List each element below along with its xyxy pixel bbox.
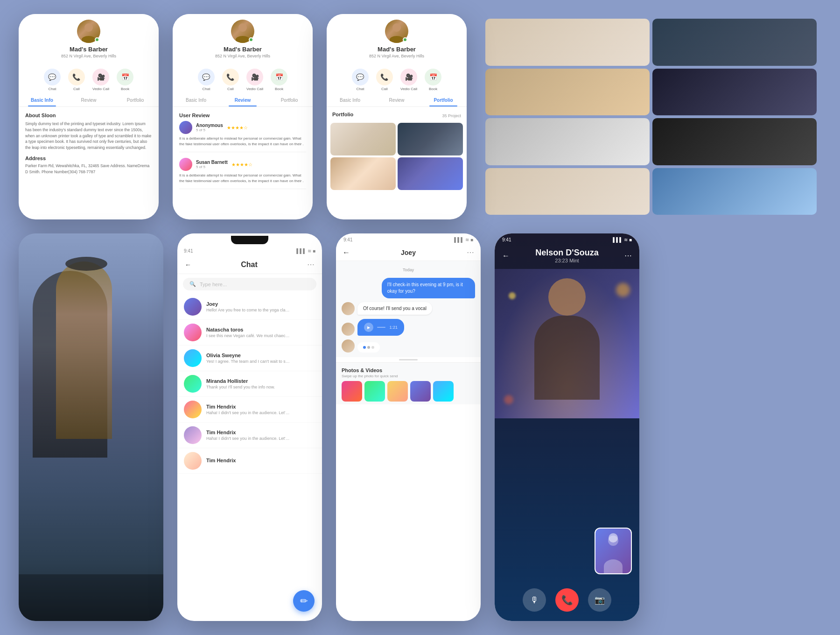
- media-thumbnails: [342, 381, 475, 402]
- chat-search-bar[interactable]: 🔍 Type here...: [183, 278, 316, 290]
- vc-back-btn[interactable]: ←: [502, 252, 510, 260]
- chat-contact-1: Joey Hello! Are you free to come to the …: [206, 301, 290, 312]
- media-thumb-4[interactable]: [410, 381, 431, 402]
- end-call-button[interactable]: 📞: [555, 588, 579, 612]
- action-book-3[interactable]: 📅 Book: [425, 69, 441, 91]
- portfolio-img-1[interactable]: [330, 123, 396, 155]
- back-btn-chat[interactable]: ←: [185, 261, 191, 268]
- video-icon-3[interactable]: 🎥: [400, 69, 417, 85]
- call-label-1: Call: [73, 87, 80, 91]
- chat-list-item-4[interactable]: Miranda Hollister Thank you! I'll send y…: [177, 371, 322, 397]
- top-row: Mad's Barber 852 N Virgil Ave, Beverly H…: [0, 0, 840, 229]
- photo-panel-img-7: [485, 168, 650, 215]
- back-arrow-msg[interactable]: ←: [343, 248, 350, 257]
- book-icon-2[interactable]: 📅: [271, 69, 287, 85]
- video-label-3: Vedio Call: [400, 87, 417, 91]
- action-video-1[interactable]: 🎥 Vedio Call: [92, 69, 109, 91]
- action-video-3[interactable]: 🎥 Vedio Call: [400, 69, 417, 91]
- action-book-2[interactable]: 📅 Book: [271, 69, 287, 91]
- phone-video-call: 9:41 ▌▌▌ ≋ ■ ← Nelson D'Souza 23:23 Mint…: [495, 233, 639, 621]
- phone-basic-info: Mad's Barber 852 N Virgil Ave, Beverly H…: [19, 14, 159, 219]
- audio-progress: [377, 327, 385, 328]
- compose-button[interactable]: ✏: [293, 590, 315, 612]
- tab-review-3[interactable]: Review: [373, 94, 420, 106]
- online-indicator-1: [95, 37, 99, 42]
- action-chat-3[interactable]: 💬 Chat: [352, 69, 369, 91]
- chat-icon-1[interactable]: 💬: [44, 69, 61, 85]
- tab-review-2[interactable]: Review: [219, 94, 266, 106]
- action-call-2[interactable]: 📞 Call: [222, 69, 239, 91]
- media-thumb-2[interactable]: [364, 381, 385, 402]
- msg-more-options[interactable]: ⋯: [467, 248, 474, 257]
- notch-chat: [231, 236, 268, 244]
- chat-avatar-1: [184, 298, 202, 316]
- chat-icon-2[interactable]: 💬: [198, 69, 215, 85]
- portfolio-img-2[interactable]: [398, 123, 463, 155]
- mic-button[interactable]: 🎙: [523, 588, 546, 612]
- vc-caller-name: Nelson D'Souza: [535, 248, 598, 258]
- chat-name-6: Tim Hendrix: [206, 430, 290, 435]
- vc-more-options[interactable]: ⋯: [624, 251, 632, 260]
- action-call-1[interactable]: 📞 Call: [68, 69, 85, 91]
- bokeh-1: [616, 283, 630, 297]
- chat-preview-6: Haha! I didn't see you in the audience. …: [206, 436, 290, 441]
- chat-name-7: Tim Hendrix: [206, 458, 236, 463]
- reviewer-avatar-1: [179, 121, 192, 134]
- book-icon-3[interactable]: 📅: [425, 69, 441, 85]
- review-title: User Review: [179, 113, 306, 118]
- signal-msg: ▌▌▌ ≋ ■: [454, 237, 473, 242]
- signal-vc: ▌▌▌ ≋ ■: [613, 237, 632, 242]
- media-thumb-5[interactable]: [433, 381, 454, 402]
- action-chat-1[interactable]: 💬 Chat: [44, 69, 61, 91]
- action-chat-2[interactable]: 💬 Chat: [198, 69, 215, 91]
- chat-name-4: Miranda Hollister: [206, 378, 275, 384]
- chat-list-item-6[interactable]: Tim Hendrix Haha! I didn't see you in th…: [177, 423, 322, 448]
- tab-portfolio-3[interactable]: Portfolio: [420, 94, 467, 106]
- video-icon-2[interactable]: 🎥: [246, 69, 263, 85]
- time-vc: 9:41: [502, 237, 511, 242]
- profile-address-1: 852 N Virgil Ave, Beverly Hills: [26, 54, 151, 58]
- action-book-1[interactable]: 📅 Book: [117, 69, 133, 91]
- chat-list-item-3[interactable]: Olivia Sweyne Yes! I agree. The team and…: [177, 346, 322, 371]
- msg-avatar-sm-1: [342, 302, 355, 315]
- media-thumb-3[interactable]: [387, 381, 408, 402]
- chat-icon-3[interactable]: 💬: [352, 69, 369, 85]
- chat-label-1: Chat: [49, 87, 56, 91]
- portfolio-img-4[interactable]: [398, 157, 463, 190]
- review-item-2: Susan Barnett 5 of 5 ★★★★☆ It is a delib…: [179, 158, 306, 189]
- call-icon-3[interactable]: 📞: [376, 69, 393, 85]
- audio-bubble[interactable]: ▶ 1:21: [357, 319, 404, 336]
- dot-menu-chat[interactable]: ⋯: [307, 260, 315, 269]
- action-video-2[interactable]: 🎥 Vedio Call: [246, 69, 263, 91]
- tab-portfolio-1[interactable]: Portfolio: [112, 94, 159, 106]
- call-icon-2[interactable]: 📞: [222, 69, 239, 85]
- tab-review-1[interactable]: Review: [65, 94, 112, 106]
- tab-basic-info-2[interactable]: Basic Info: [173, 94, 219, 106]
- media-title: Photos & Videos: [342, 367, 475, 373]
- tab-basic-info-1[interactable]: Basic Info: [19, 94, 65, 106]
- address-text: Parker Farm Rd, Wewahitchka, FL, 32465 S…: [25, 163, 152, 175]
- tab-portfolio-2[interactable]: Portfolio: [266, 94, 313, 106]
- audio-time: 1:21: [389, 325, 398, 330]
- profile-section-3: Mad's Barber 852 N Virgil Ave, Beverly H…: [327, 14, 467, 66]
- content-basic-info: About Sloon Simply dummy text of the pri…: [19, 107, 159, 180]
- chat-list-item-1[interactable]: Joey Hello! Are you free to come to the …: [177, 294, 322, 320]
- action-call-3[interactable]: 📞 Call: [376, 69, 393, 91]
- portfolio-img-3[interactable]: [330, 157, 396, 190]
- photo-panel-img-2: [652, 19, 817, 66]
- video-call-bg: 9:41 ▌▌▌ ≋ ■ ← Nelson D'Souza 23:23 Mint…: [495, 233, 639, 621]
- media-thumb-1[interactable]: [342, 381, 362, 402]
- chat-list-item-2[interactable]: Natascha toros I see this new Vegan café…: [177, 320, 322, 346]
- play-btn[interactable]: ▶: [364, 323, 373, 332]
- search-placeholder: Type here...: [200, 282, 227, 287]
- tab-basic-info-3[interactable]: Basic Info: [327, 94, 373, 106]
- chat-list-item-7[interactable]: Tim Hendrix: [177, 448, 322, 474]
- chat-list-item-5[interactable]: Tim Hendrix Haha! I didn't see you in th…: [177, 397, 322, 423]
- camera-button[interactable]: 📷: [588, 588, 611, 612]
- video-icon-1[interactable]: 🎥: [92, 69, 109, 85]
- photo-panel-img-8: [652, 168, 817, 215]
- book-icon-1[interactable]: 📅: [117, 69, 133, 85]
- vc-caller-info: Nelson D'Souza 23:23 Mint: [535, 248, 598, 263]
- avatar-container-1: [77, 20, 100, 43]
- call-icon-1[interactable]: 📞: [68, 69, 85, 85]
